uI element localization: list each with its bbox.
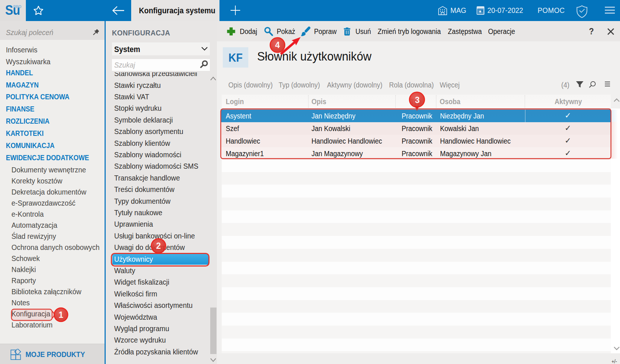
svg-text:3: 3 — [415, 95, 420, 105]
svg-text:2: 2 — [156, 241, 161, 251]
svg-text:1: 1 — [59, 310, 64, 320]
svg-text:4: 4 — [275, 40, 280, 50]
